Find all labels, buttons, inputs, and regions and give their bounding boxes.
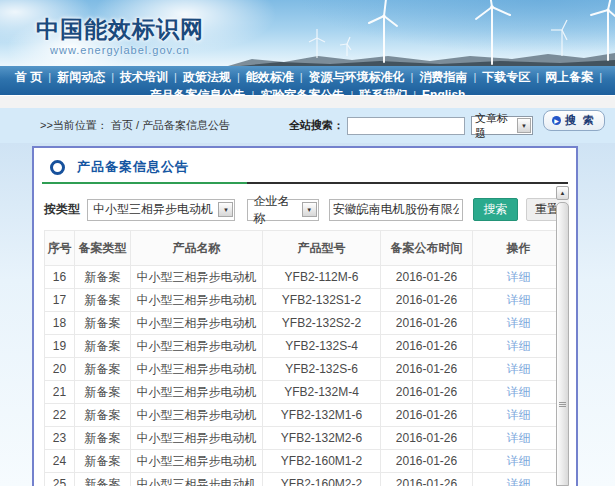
breadcrumb-prefix: >>当前位置： <box>40 119 108 131</box>
row-action: 详细 <box>473 358 565 381</box>
row-date: 2016-01-26 <box>381 312 473 335</box>
row-model: YFB2-112M-6 <box>263 266 381 289</box>
site-search-input[interactable] <box>347 117 465 135</box>
detail-link[interactable]: 详细 <box>507 316 531 330</box>
row-date: 2016-01-26 <box>381 450 473 473</box>
nav-item[interactable]: 政策法规 <box>183 70 231 84</box>
table-row: 18新备案中小型三相异步电动机YFB2-132S2-22016-01-26详细 <box>45 312 565 335</box>
nav-separator: | <box>48 71 51 83</box>
type-select-value: 中小型三相异步电动机 <box>93 201 213 218</box>
row-name: 中小型三相异步电动机 <box>131 266 263 289</box>
row-name: 中小型三相异步电动机 <box>131 450 263 473</box>
row-date: 2016-01-26 <box>381 473 473 486</box>
row-type: 新备案 <box>75 473 131 486</box>
column-header: 操作 <box>473 231 565 266</box>
nav-item[interactable]: 新闻动态 <box>57 70 105 84</box>
company-name-input[interactable] <box>329 199 463 221</box>
underline-dark-segment <box>247 182 568 184</box>
detail-link[interactable]: 详细 <box>507 362 531 376</box>
vertical-scrollbar[interactable]: ▲ <box>556 186 569 486</box>
row-model: YFB2-160M1-2 <box>263 450 381 473</box>
chevron-down-icon[interactable]: ▼ <box>517 118 531 133</box>
row-type: 新备案 <box>75 358 131 381</box>
row-no: 22 <box>45 404 75 427</box>
row-name: 中小型三相异步电动机 <box>131 312 263 335</box>
site-search-category-value: 文章标题 <box>475 111 516 141</box>
search-button[interactable]: 搜索 <box>473 198 519 221</box>
nav-separator: | <box>599 71 602 83</box>
detail-link[interactable]: 详细 <box>507 408 531 422</box>
row-model: YFB2-132M-4 <box>263 381 381 404</box>
nav-item[interactable]: 消费指南 <box>419 70 467 84</box>
row-no: 16 <box>45 266 75 289</box>
row-name: 中小型三相异步电动机 <box>131 381 263 404</box>
table-row: 23新备案中小型三相异步电动机YFB2-132M2-62016-01-26详细 <box>45 427 565 450</box>
table-row: 22新备案中小型三相异步电动机YFB2-132M1-62016-01-26详细 <box>45 404 565 427</box>
records-table: 序号备案类型产品名称产品型号备案公布时间操作 16新备案中小型三相异步电动机YF… <box>44 230 565 486</box>
row-name: 中小型三相异步电动机 <box>131 335 263 358</box>
column-header: 备案类型 <box>75 231 131 266</box>
detail-link[interactable]: 详细 <box>507 339 531 353</box>
row-name: 中小型三相异步电动机 <box>131 473 263 486</box>
company-field-select[interactable]: 企业名称 ▼ <box>247 199 318 221</box>
records-tbody: 16新备案中小型三相异步电动机YFB2-112M-62016-01-26详细17… <box>45 266 565 486</box>
records-table-header: 序号备案类型产品名称产品型号备案公布时间操作 <box>45 231 565 266</box>
chevron-down-icon[interactable]: ▼ <box>302 202 317 217</box>
nav-item[interactable]: 能效标准 <box>246 70 294 84</box>
nav-item[interactable]: 网上备案 <box>545 70 593 84</box>
nav-item[interactable]: 技术培训 <box>120 70 168 84</box>
nav-item[interactable]: 资源与环境标准化 <box>309 70 405 84</box>
row-date: 2016-01-26 <box>381 335 473 358</box>
chevron-down-icon[interactable]: ▼ <box>218 202 233 217</box>
row-model: YFB2-132M1-6 <box>263 404 381 427</box>
scroll-up-icon[interactable]: ▲ <box>556 186 569 200</box>
company-field-value: 企业名称 <box>253 193 300 227</box>
type-select[interactable]: 中小型三相异步电动机 ▼ <box>87 199 235 221</box>
row-type: 新备案 <box>75 404 131 427</box>
search-go-icon: ▶ <box>552 116 561 125</box>
row-model: YFB2-132S-4 <box>263 335 381 358</box>
row-no: 24 <box>45 450 75 473</box>
detail-link[interactable]: 详细 <box>507 477 531 486</box>
detail-link[interactable]: 详细 <box>507 293 531 307</box>
detail-link[interactable]: 详细 <box>507 270 531 284</box>
nav-item[interactable]: 下载专区 <box>482 70 530 84</box>
row-date: 2016-01-26 <box>381 427 473 450</box>
type-filter-label: 按类型 <box>44 201 80 218</box>
scrollbar-grip-icon[interactable] <box>559 402 566 408</box>
row-model: YFB2-132S-6 <box>263 358 381 381</box>
row-action: 详细 <box>473 473 565 486</box>
breadcrumb: >>当前位置： 首页 / 产品备案信息公告 <box>40 118 230 133</box>
main-nav: 首 页|新闻动态|技术培训|政策法规|能效标准|资源与环境标准化|消费指南|下载… <box>0 66 615 95</box>
detail-link[interactable]: 详细 <box>507 431 531 445</box>
row-date: 2016-01-26 <box>381 358 473 381</box>
nav-separator: | <box>411 71 414 83</box>
column-header: 备案公布时间 <box>381 231 473 266</box>
site-search-category-select[interactable]: 文章标题 ▼ <box>471 116 533 135</box>
table-row: 25新备案中小型三相异步电动机YFB2-160M2-22016-01-26详细 <box>45 473 565 486</box>
section-title-row: 产品备案信息公告 <box>34 148 576 176</box>
row-action: 详细 <box>473 312 565 335</box>
site-search-button[interactable]: ▶ 搜 索 <box>543 110 605 131</box>
row-action: 详细 <box>473 289 565 312</box>
nav-item[interactable]: 首 页 <box>15 70 42 84</box>
site-logo: 中国能效标识网 www.energylabel.gov.cn <box>36 18 204 56</box>
row-no: 19 <box>45 335 75 358</box>
site-url: www.energylabel.gov.cn <box>36 45 204 56</box>
row-action: 详细 <box>473 404 565 427</box>
table-row: 24新备案中小型三相异步电动机YFB2-160M1-22016-01-26详细 <box>45 450 565 473</box>
row-model: YFB2-160M2-2 <box>263 473 381 486</box>
scrollbar-thumb[interactable] <box>556 202 569 486</box>
circle-bullet-icon <box>50 160 65 175</box>
row-no: 17 <box>45 289 75 312</box>
row-action: 详细 <box>473 335 565 358</box>
sub-bar <box>0 95 615 108</box>
row-model: YFB2-132M2-6 <box>263 427 381 450</box>
detail-link[interactable]: 详细 <box>507 385 531 399</box>
row-type: 新备案 <box>75 335 131 358</box>
nav-separator: | <box>111 71 114 83</box>
breadcrumb-path[interactable]: 首页 / 产品备案信息公告 <box>111 119 230 131</box>
row-date: 2016-01-26 <box>381 289 473 312</box>
detail-link[interactable]: 详细 <box>507 454 531 468</box>
column-header: 序号 <box>45 231 75 266</box>
